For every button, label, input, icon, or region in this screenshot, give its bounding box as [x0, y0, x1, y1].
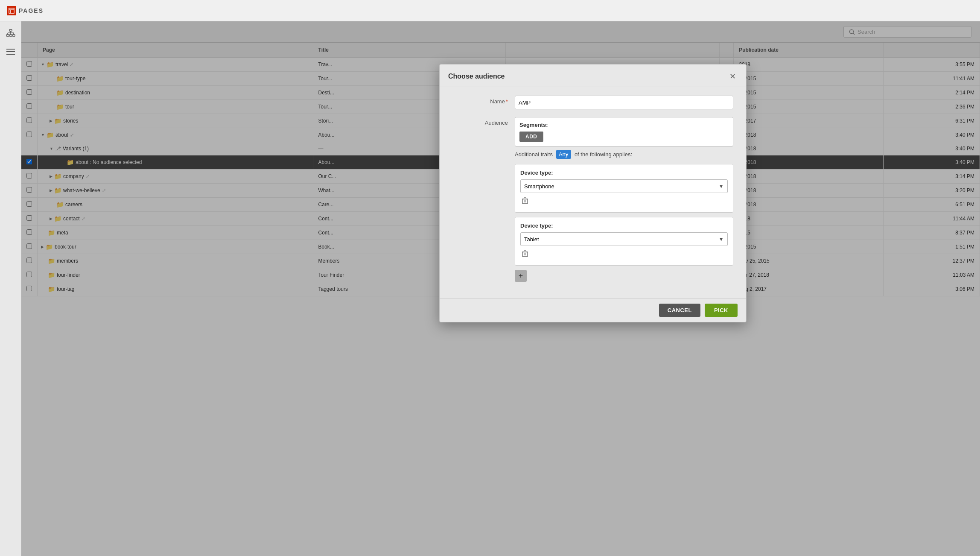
sitemap-icon-btn[interactable]: [3, 26, 18, 41]
svg-rect-4: [6, 35, 9, 36]
add-trait-button[interactable]: +: [515, 270, 527, 282]
segments-label: Segments:: [519, 122, 729, 128]
name-label: Name*: [452, 96, 508, 105]
name-form-row: Name*: [452, 96, 733, 109]
additional-traits-label: Additional traits: [515, 151, 553, 158]
main-area: Search Page Title Publication date: [0, 21, 980, 556]
device-block-2: Device type: Smartphone Tablet Desktop ▼: [515, 217, 733, 266]
audience-label: Audience: [452, 117, 508, 126]
svg-rect-3: [9, 29, 12, 31]
top-bar: PAGES: [0, 0, 980, 21]
svg-rect-17: [522, 199, 528, 204]
any-select[interactable]: Any: [556, 150, 571, 159]
svg-marker-0: [9, 8, 14, 13]
device-type-label-1: Device type:: [520, 170, 728, 176]
cancel-button[interactable]: CANCEL: [659, 304, 700, 317]
delete-device-2-button[interactable]: [520, 249, 530, 260]
segments-box: Segments: ADD: [515, 117, 733, 146]
device-select-2[interactable]: Smartphone Tablet Desktop: [520, 232, 728, 246]
app-title-text: PAGES: [19, 7, 44, 14]
modal-footer: CANCEL PICK: [440, 298, 746, 322]
device-select-1[interactable]: Smartphone Tablet Desktop: [520, 179, 728, 193]
any-select-wrapper: Any: [556, 150, 571, 159]
app-logo: PAGES: [7, 6, 44, 15]
modal-close-button[interactable]: ✕: [727, 71, 738, 82]
device-block-1: Device type: Smartphone Tablet Desktop ▼: [515, 164, 733, 213]
modal-body: Name* Audience Segments: AD: [440, 87, 746, 298]
trash-icon-1: [522, 197, 528, 204]
svg-rect-22: [522, 252, 528, 257]
modal-header: Choose audience ✕: [440, 64, 746, 87]
applies-text: of the following applies:: [575, 151, 632, 158]
device-select-wrapper-2: Smartphone Tablet Desktop ▼: [520, 232, 728, 246]
svg-rect-5: [9, 35, 12, 36]
logo-icon: [7, 6, 16, 15]
content-area: Search Page Title Publication date: [21, 21, 980, 556]
name-input[interactable]: [515, 96, 733, 109]
trash-icon-2: [522, 250, 528, 257]
audience-control-area: Segments: ADD Additional traits Any: [515, 117, 733, 282]
name-input-area: [515, 96, 733, 109]
device-select-wrapper-1: Smartphone Tablet Desktop ▼: [520, 179, 728, 193]
device-type-label-2: Device type:: [520, 222, 728, 229]
audience-form-row: Audience Segments: ADD Additional traits: [452, 117, 733, 282]
traits-row: Additional traits Any of the following a…: [515, 150, 733, 159]
svg-rect-6: [12, 35, 15, 36]
delete-device-1-button[interactable]: [520, 196, 530, 207]
menu-icon-btn[interactable]: [3, 44, 18, 59]
modal-title: Choose audience: [448, 73, 505, 80]
add-segment-button[interactable]: ADD: [519, 132, 543, 142]
choose-audience-modal: Choose audience ✕ Name* Audience: [439, 64, 747, 322]
pick-button[interactable]: PICK: [705, 304, 738, 317]
sidebar-icons: [0, 21, 21, 556]
